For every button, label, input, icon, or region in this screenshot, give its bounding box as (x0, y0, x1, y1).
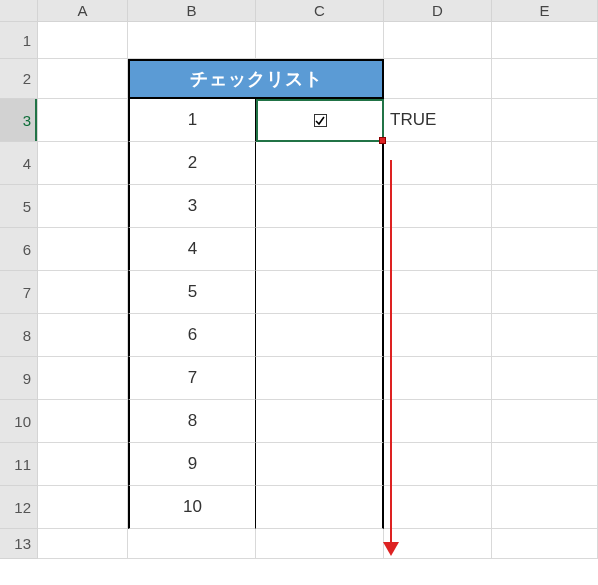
row-header-9[interactable]: 9 (0, 357, 38, 400)
cell-C10[interactable] (256, 400, 384, 443)
checkbox-row-1[interactable] (314, 114, 327, 127)
checklist-number-8[interactable]: 8 (128, 400, 256, 443)
cell-C3[interactable] (256, 99, 384, 142)
checklist-number-7[interactable]: 7 (128, 357, 256, 400)
cell-D10[interactable] (384, 400, 492, 443)
checklist-number-10[interactable]: 10 (128, 486, 256, 529)
select-all-corner[interactable] (0, 0, 38, 22)
row-header-8[interactable]: 8 (0, 314, 38, 357)
row-header-2[interactable]: 2 (0, 59, 38, 99)
cell-D1[interactable] (384, 22, 492, 59)
cell-E1[interactable] (492, 22, 598, 59)
cell-A5[interactable] (38, 185, 128, 228)
checklist-number-3[interactable]: 3 (128, 185, 256, 228)
cell-E4[interactable] (492, 142, 598, 185)
cell-E7[interactable] (492, 271, 598, 314)
cell-A8[interactable] (38, 314, 128, 357)
cell-D3-linked-value[interactable]: TRUE (384, 99, 492, 142)
cell-A6[interactable] (38, 228, 128, 271)
row-header-10[interactable]: 10 (0, 400, 38, 443)
column-header-A[interactable]: A (38, 0, 128, 22)
checklist-number-9[interactable]: 9 (128, 443, 256, 486)
cell-A12[interactable] (38, 486, 128, 529)
cell-D5[interactable] (384, 185, 492, 228)
row-header-4[interactable]: 4 (0, 142, 38, 185)
cell-D13[interactable] (384, 529, 492, 559)
cell-C6[interactable] (256, 228, 384, 271)
cell-A10[interactable] (38, 400, 128, 443)
cell-E2[interactable] (492, 59, 598, 99)
cell-D6[interactable] (384, 228, 492, 271)
column-header-C[interactable]: C (256, 0, 384, 22)
cell-C13[interactable] (256, 529, 384, 559)
cell-A11[interactable] (38, 443, 128, 486)
cell-A9[interactable] (38, 357, 128, 400)
cell-E11[interactable] (492, 443, 598, 486)
row-header-3[interactable]: 3 (0, 99, 38, 142)
cell-C8[interactable] (256, 314, 384, 357)
column-header-B[interactable]: B (128, 0, 256, 22)
cell-B1[interactable] (128, 22, 256, 59)
cell-D2[interactable] (384, 59, 492, 99)
cell-D9[interactable] (384, 357, 492, 400)
cell-D12[interactable] (384, 486, 492, 529)
column-header-E[interactable]: E (492, 0, 598, 22)
cell-E8[interactable] (492, 314, 598, 357)
fill-drag-arrowhead (383, 542, 399, 556)
cell-A2[interactable] (38, 59, 128, 99)
cell-A7[interactable] (38, 271, 128, 314)
cell-D4[interactable] (384, 142, 492, 185)
row-header-13[interactable]: 13 (0, 529, 38, 559)
cell-C11[interactable] (256, 443, 384, 486)
checklist-number-4[interactable]: 4 (128, 228, 256, 271)
checklist-header: チェックリスト (128, 59, 384, 99)
cell-E10[interactable] (492, 400, 598, 443)
fill-handle[interactable] (379, 137, 386, 144)
checklist-number-2[interactable]: 2 (128, 142, 256, 185)
cell-E12[interactable] (492, 486, 598, 529)
cell-E13[interactable] (492, 529, 598, 559)
cell-C5[interactable] (256, 185, 384, 228)
row-header-11[interactable]: 11 (0, 443, 38, 486)
cell-E3[interactable] (492, 99, 598, 142)
cell-E5[interactable] (492, 185, 598, 228)
cell-C4[interactable] (256, 142, 384, 185)
cell-C12[interactable] (256, 486, 384, 529)
cell-C9[interactable] (256, 357, 384, 400)
cell-A3[interactable] (38, 99, 128, 142)
cell-A4[interactable] (38, 142, 128, 185)
checklist-number-1[interactable]: 1 (128, 99, 256, 142)
checklist-number-6[interactable]: 6 (128, 314, 256, 357)
cell-D8[interactable] (384, 314, 492, 357)
cell-E9[interactable] (492, 357, 598, 400)
fill-drag-arrow (390, 160, 392, 546)
cell-B13[interactable] (128, 529, 256, 559)
row-header-6[interactable]: 6 (0, 228, 38, 271)
checklist-number-5[interactable]: 5 (128, 271, 256, 314)
cell-A13[interactable] (38, 529, 128, 559)
row-header-1[interactable]: 1 (0, 22, 38, 59)
cell-C7[interactable] (256, 271, 384, 314)
cell-D7[interactable] (384, 271, 492, 314)
cell-A1[interactable] (38, 22, 128, 59)
cell-C1[interactable] (256, 22, 384, 59)
row-header-5[interactable]: 5 (0, 185, 38, 228)
row-header-12[interactable]: 12 (0, 486, 38, 529)
row-header-7[interactable]: 7 (0, 271, 38, 314)
cell-D11[interactable] (384, 443, 492, 486)
column-header-D[interactable]: D (384, 0, 492, 22)
cell-E6[interactable] (492, 228, 598, 271)
